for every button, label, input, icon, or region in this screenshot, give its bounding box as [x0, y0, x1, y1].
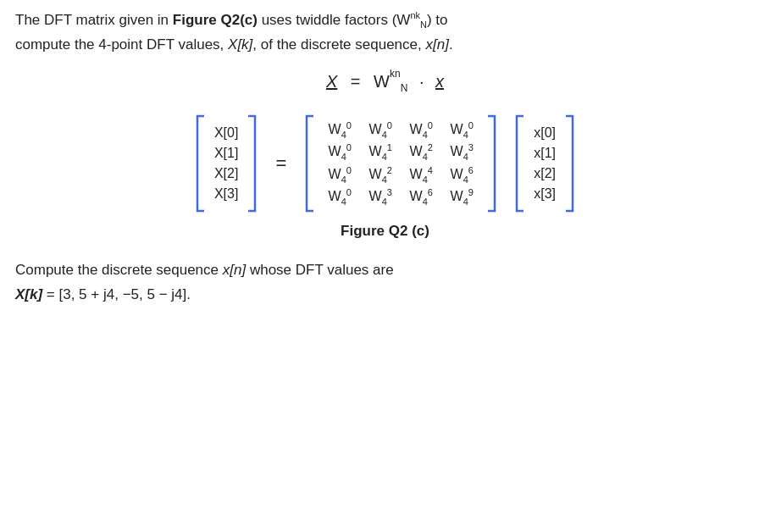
cell-02: W40	[405, 120, 437, 140]
cell-12: W42	[405, 142, 437, 162]
input-bracket-left	[512, 113, 527, 214]
cell-03: W40	[446, 120, 478, 140]
formula-equals: =	[351, 72, 361, 91]
cell-31: W43	[364, 187, 396, 207]
bottom-xn: x[n]	[223, 262, 246, 278]
matrix-row-1: W40 W41 W42 W43	[324, 142, 478, 162]
figure-caption: Figure Q2 (c)	[15, 223, 755, 240]
cell-23: W46	[446, 165, 478, 185]
xk-equals: = [3, 5 + j4, −5, 5 − j4].	[42, 286, 191, 302]
xk-label: X[k]	[15, 286, 42, 302]
matrix-row-3: W40 W43 W46 W49	[324, 187, 478, 207]
cell-30: W40	[324, 187, 356, 207]
xk-values: X[k] = [3, 5 + j4, −5, 5 − j4].	[15, 286, 755, 303]
figure-reference: Figure Q2(c)	[173, 12, 258, 28]
cell-33: W49	[446, 187, 478, 207]
formula-X: X	[326, 72, 337, 91]
matrix-bracket-left	[302, 113, 317, 214]
cell-11: W41	[364, 142, 396, 162]
matrix-cells: W40 W40 W40 W40 W40 W41 W42 W43 W40 W42 …	[317, 113, 485, 214]
matrix-row-0: W40 W40 W40 W40	[324, 120, 478, 140]
output-row-0: X[0]	[214, 125, 238, 141]
dft-matrix: W40 W40 W40 W40 W40 W41 W42 W43 W40 W42 …	[302, 113, 500, 214]
formula-W: WknN	[374, 71, 407, 94]
intro-text-3: ) to	[427, 12, 448, 28]
matrix-equation: X[0] X[1] X[2] X[3] = W40 W40 W40 W40	[15, 113, 755, 214]
bottom-text-1: Compute the discrete sequence	[15, 262, 223, 278]
cell-22: W44	[405, 165, 437, 185]
intro-text-5: , of the discrete sequence,	[252, 36, 425, 53]
matrix-bracket-right	[485, 113, 500, 214]
output-bracket-left	[192, 113, 208, 214]
input-vector: x[0] x[1] x[2] x[3]	[512, 113, 578, 214]
intro-text-4: compute the 4-point DFT values,	[15, 36, 228, 53]
cell-10: W40	[324, 142, 356, 162]
intro-text-2: uses twiddle factors (	[258, 12, 396, 28]
cell-01: W40	[364, 120, 396, 140]
twiddle-factor: WnkN	[396, 12, 427, 28]
main-formula: X = WknN · x	[326, 72, 444, 91]
main-formula-section: X = WknN · x	[15, 71, 755, 94]
bottom-paragraph: Compute the discrete sequence x[n] whose…	[15, 258, 755, 281]
matrix-equals: =	[275, 152, 286, 175]
input-row-3: x[3]	[534, 186, 556, 202]
matrix-row-2: W40 W42 W44 W46	[324, 165, 478, 185]
output-row-3: X[3]	[214, 186, 238, 202]
cell-32: W46	[405, 187, 437, 207]
formula-x: x	[435, 72, 444, 91]
output-bracket-right	[245, 113, 260, 214]
input-bracket-right	[562, 113, 578, 214]
output-vector: X[0] X[1] X[2] X[3]	[192, 113, 260, 214]
xn-ref: x[n]	[425, 36, 448, 53]
input-row-2: x[2]	[534, 165, 556, 182]
intro-paragraph: The DFT matrix given in Figure Q2(c) use…	[15, 8, 755, 56]
cell-13: W43	[446, 142, 478, 162]
cell-20: W40	[324, 165, 356, 185]
cell-00: W40	[324, 120, 356, 140]
input-row-1: x[1]	[534, 145, 556, 162]
input-row-0: x[0]	[534, 125, 556, 141]
intro-text-1: The DFT matrix given in	[15, 12, 173, 28]
output-row-2: X[2]	[214, 165, 238, 182]
output-vector-content: X[0] X[1] X[2] X[3]	[208, 113, 245, 214]
xk-ref: X[k]	[228, 36, 252, 53]
formula-dot: ·	[419, 72, 424, 91]
bottom-text-2: whose DFT values are	[246, 262, 393, 278]
input-vector-content: x[0] x[1] x[2] x[3]	[527, 113, 562, 214]
output-row-1: X[1]	[214, 145, 238, 162]
cell-21: W42	[364, 165, 396, 185]
